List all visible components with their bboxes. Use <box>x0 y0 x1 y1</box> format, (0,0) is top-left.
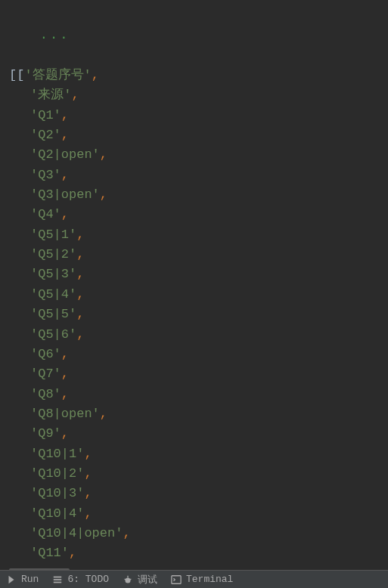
play-icon <box>6 574 17 585</box>
list-item: 'Q10|1', <box>9 444 388 464</box>
list-item: 'Q8', <box>9 385 388 404</box>
list-item: 'Q10|4', <box>9 504 388 524</box>
list-item: 'Q4', <box>9 205 388 224</box>
list-item: 'Q10|2', <box>9 464 388 484</box>
list-item: 'Q11', <box>9 543 388 563</box>
list-item: 'Q5|4', <box>9 285 388 305</box>
list-item: 'Q5|3', <box>9 265 388 284</box>
list-item: '来源', <box>9 85 388 105</box>
tool-window-bar: Run 6: TODO 调试 Terminal <box>0 570 388 588</box>
python-console-output: ... [['答题序号','来源','Q1','Q2','Q2|open','Q… <box>0 0 388 559</box>
list-item: 'Q5|5', <box>9 305 388 324</box>
console-line-first: ... <box>9 6 388 66</box>
list-item: 'Q3', <box>9 166 388 185</box>
run-tool-button[interactable]: Run <box>6 574 39 585</box>
list-item: [['答题序号', <box>9 66 388 85</box>
list-item: 'Q7', <box>9 364 388 384</box>
debug-tool-button[interactable]: 调试 <box>123 573 157 586</box>
list-item: 'Q8|open', <box>9 404 388 424</box>
list-item: 'Q2|open', <box>9 145 388 165</box>
continuation-prompt: ... <box>40 28 70 42</box>
svg-line-5 <box>125 579 126 580</box>
svg-point-3 <box>126 577 131 583</box>
list-item: 'Q6', <box>9 345 388 364</box>
list-item: 'Q1', <box>9 106 388 125</box>
svg-line-6 <box>130 579 132 580</box>
list-item: 'Q5|6', <box>9 325 388 345</box>
list-item: 'Q5|2', <box>9 245 388 265</box>
list-item: 'Q2', <box>9 125 388 145</box>
list-item: 'Q3|open', <box>9 185 388 205</box>
bug-icon <box>123 574 133 585</box>
svg-rect-7 <box>172 575 181 583</box>
list-item: 'Q9', <box>9 424 388 444</box>
todo-tool-button[interactable]: 6: TODO <box>52 574 109 585</box>
terminal-icon <box>171 574 182 585</box>
terminal-tool-button[interactable]: Terminal <box>171 574 233 585</box>
list-item: 'Q10|4|open', <box>9 524 388 543</box>
list-item: 'Q5|1', <box>9 225 388 245</box>
list-item: 'Q10|3', <box>9 484 388 503</box>
list-icon <box>52 574 63 585</box>
